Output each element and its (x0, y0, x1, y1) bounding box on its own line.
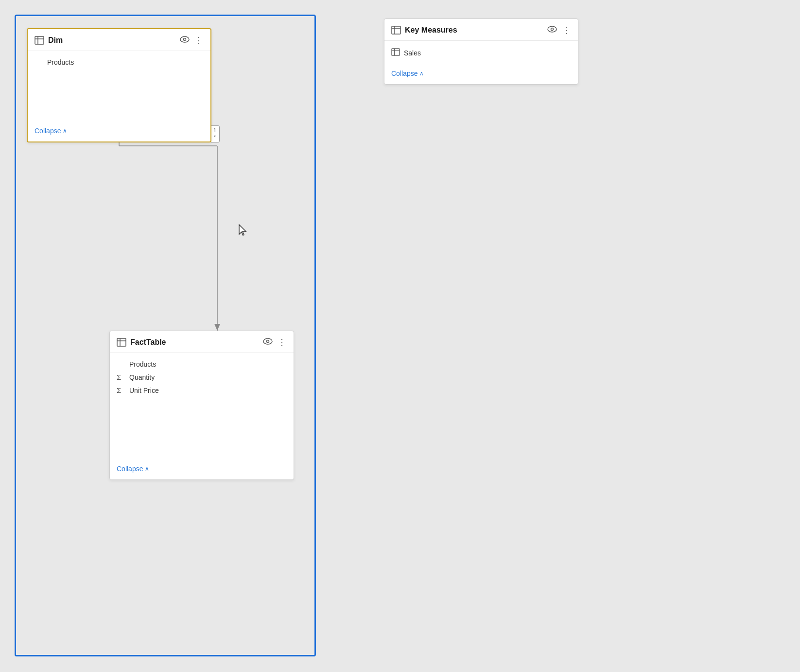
fact-table-icon (117, 338, 126, 347)
key-measures-collapse-link[interactable]: Collapse ∧ (391, 70, 571, 77)
svg-rect-19 (392, 49, 400, 55)
svg-point-17 (548, 26, 557, 32)
dim-card-icons: ⋮ (180, 35, 204, 46)
fact-card-icons: ⋮ (263, 337, 287, 348)
fact-card-title: FactTable (130, 338, 259, 347)
cardinality-one: 1 (213, 127, 216, 134)
dim-field-products-label: Products (47, 58, 74, 66)
fact-card: FactTable ⋮ Products Σ Quantity (109, 331, 294, 480)
fact-field-quantity: Σ Quantity (117, 371, 287, 384)
fact-field-unitprice-icon: Σ (117, 386, 125, 394)
fact-collapse-label: Collapse (117, 465, 143, 473)
cursor (237, 224, 249, 240)
fact-card-footer: Collapse ∧ (110, 460, 294, 479)
dim-card-title: Dim (48, 36, 176, 45)
fact-collapse-link[interactable]: Collapse ∧ (117, 465, 287, 473)
svg-rect-4 (35, 36, 44, 44)
dim-field-products: Products (35, 56, 204, 69)
svg-point-13 (267, 340, 269, 343)
key-measures-icons: ⋮ (547, 25, 571, 35)
svg-marker-3 (214, 324, 220, 331)
fact-card-header: FactTable ⋮ (110, 331, 294, 353)
dim-card: Dim ⋮ Products Collapse ∧ (27, 28, 211, 142)
fact-collapse-chevron: ∧ (145, 465, 149, 472)
fact-field-quantity-label: Quantity (129, 373, 155, 381)
svg-rect-14 (392, 26, 400, 34)
dim-eye-icon[interactable] (180, 36, 190, 45)
key-measures-table-icon (391, 26, 401, 35)
fact-field-products: Products (117, 358, 287, 371)
key-measures-field-sales: Sales (391, 46, 571, 60)
fact-field-unitprice: Σ Unit Price (117, 384, 287, 397)
key-measures-eye-icon[interactable] (547, 26, 557, 35)
dim-card-header: Dim ⋮ (28, 29, 210, 51)
svg-point-12 (263, 338, 272, 344)
fact-eye-icon[interactable] (263, 338, 273, 347)
svg-point-8 (184, 38, 186, 41)
key-measures-footer: Collapse ∧ (384, 65, 578, 84)
dim-table-icon (35, 36, 44, 45)
key-measures-collapse-label: Collapse (391, 70, 417, 77)
key-measures-body: Sales (384, 41, 578, 65)
fact-field-quantity-icon: Σ (117, 373, 125, 381)
relationship-badge: 1 * (210, 125, 220, 142)
key-measures-collapse-chevron: ∧ (419, 70, 424, 77)
dim-collapse-label: Collapse (35, 127, 61, 135)
dim-collapse-link[interactable]: Collapse ∧ (35, 127, 204, 135)
dim-card-footer: Collapse ∧ (28, 122, 210, 141)
fact-field-unitprice-label: Unit Price (129, 387, 159, 394)
key-measures-sales-label: Sales (404, 49, 421, 57)
fact-card-body: Products Σ Quantity Σ Unit Price (110, 353, 294, 402)
svg-point-7 (180, 36, 189, 42)
fact-field-products-label: Products (129, 360, 156, 368)
cardinality-many: * (213, 134, 216, 141)
key-measures-header: Key Measures ⋮ (384, 19, 578, 41)
fact-more-icon[interactable]: ⋮ (278, 337, 287, 348)
key-measures-card: Key Measures ⋮ (384, 18, 578, 85)
svg-point-18 (551, 28, 554, 31)
dim-card-body: Products (28, 51, 210, 73)
key-measures-title: Key Measures (405, 26, 543, 35)
key-measures-sales-icon (391, 48, 400, 57)
dim-more-icon[interactable]: ⋮ (194, 35, 204, 46)
svg-rect-9 (117, 338, 126, 346)
key-measures-more-icon[interactable]: ⋮ (562, 25, 571, 35)
dim-collapse-chevron: ∧ (63, 127, 67, 134)
